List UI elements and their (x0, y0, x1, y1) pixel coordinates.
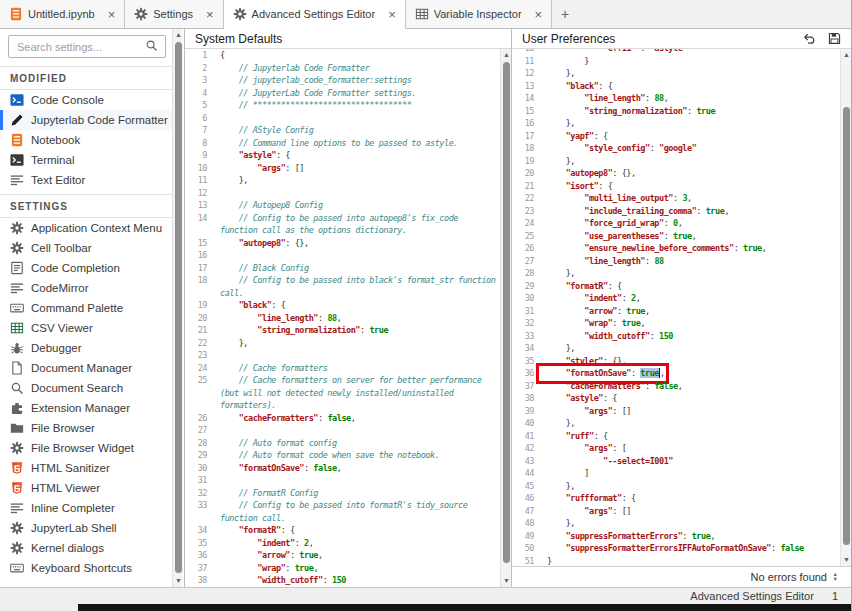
sidebar-item-file-browser-widget[interactable]: File Browser Widget (0, 438, 172, 458)
code-line[interactable]: 44 ] (512, 467, 840, 480)
system-defaults-scrollbar[interactable]: ▲ ▼ (500, 49, 511, 587)
scroll-down-icon[interactable]: ▼ (501, 576, 512, 586)
code-line[interactable]: 36 "formatOnSave": true, (512, 367, 840, 380)
code-line[interactable]: 36 "arrow": true, (185, 549, 500, 562)
status-context[interactable]: Advanced Settings Editor (690, 590, 814, 602)
code-line[interactable]: 18 "style_config": "google" (512, 142, 840, 155)
sidebar-item-document-search[interactable]: Document Search (0, 378, 172, 398)
code-line[interactable]: 42 "args": [ (512, 442, 840, 455)
sidebar-item-keyboard-shortcuts[interactable]: Keyboard Shortcuts (0, 558, 172, 578)
tab-advanced-settings-editor[interactable]: Advanced Settings Editor× (224, 0, 406, 29)
code-line[interactable]: 24 // Cache formatters (185, 362, 500, 375)
code-line[interactable]: 32 "wrap": true, (512, 317, 840, 330)
code-line[interactable]: 24 "force_grid_wrap": 0, (512, 217, 840, 230)
code-line[interactable]: 2 // Jupyterlab Code Formatter (185, 62, 500, 75)
sidebar-item-file-browser[interactable]: File Browser (0, 418, 172, 438)
save-icon[interactable] (828, 32, 841, 45)
scroll-down-icon[interactable]: ▼ (841, 555, 852, 565)
code-line[interactable]: 30 "indent": 2, (512, 292, 840, 305)
code-line[interactable]: 19 }, (512, 155, 840, 168)
code-line[interactable]: 7 // AStyle Config (185, 124, 500, 137)
code-line[interactable]: 21 "isort": { (512, 180, 840, 193)
code-line[interactable]: 30 "formatOnSave": false, (185, 462, 500, 475)
sidebar-item-csv-viewer[interactable]: CSV Viewer (0, 318, 172, 338)
code-line[interactable]: 6 (185, 112, 500, 125)
code-line[interactable]: 49 "suppressFormatterErrors": true, (512, 530, 840, 543)
sidebar-item-terminal[interactable]: Terminal (0, 150, 172, 170)
tab-variable-inspector[interactable]: Variable Inspector× (406, 0, 552, 28)
code-line[interactable]: 33 "width_cutoff": 150 (512, 330, 840, 343)
code-line[interactable]: 17 // Black Config (185, 262, 500, 275)
code-line[interactable]: 15 "autopep8": {}, (185, 237, 500, 250)
code-line[interactable]: 13 "black": { (512, 80, 840, 93)
code-line[interactable]: 16 (185, 249, 500, 262)
code-line[interactable]: 4 // JupyterLab Code Formatter settings. (185, 87, 500, 100)
code-line[interactable]: 33 // Config to be passed into formatR's… (185, 499, 500, 512)
code-line[interactable]: 15 "string_normalization": true (512, 105, 840, 118)
scroll-up-icon[interactable]: ▲ (841, 50, 852, 60)
code-line[interactable]: 11 } (512, 55, 840, 68)
code-line[interactable]: 40 }, (512, 417, 840, 430)
code-line[interactable]: 37 "cacheFormatters": false, (512, 380, 840, 393)
code-line[interactable]: 25 "use_parentheses": true, (512, 230, 840, 243)
code-line[interactable]: 28 }, (512, 267, 840, 280)
code-line[interactable]: 26 "cacheFormatters": false, (185, 412, 500, 425)
code-line[interactable]: 22 "multi_line_output": 3, (512, 192, 840, 205)
code-line[interactable]: 19 "black": { (185, 299, 500, 312)
code-line[interactable]: 34 "formatR": { (185, 524, 500, 537)
code-line[interactable]: 43 "--select=I001" (512, 455, 840, 468)
scrollbar-thumb[interactable] (503, 62, 510, 563)
code-line[interactable]: 11 }, (185, 174, 500, 187)
code-line[interactable]: 23 "include_trailing_comma": true, (512, 205, 840, 218)
error-spinner-icons[interactable]: ▲▼ (833, 572, 838, 582)
user-preferences-scrollbar[interactable]: ▲ ▼ (840, 49, 851, 566)
code-line[interactable]: 38 "width_cutoff": 150 (185, 574, 500, 587)
code-line[interactable]: 47 "args": [] (512, 505, 840, 518)
code-line[interactable]: 12 }, (512, 67, 840, 80)
code-line[interactable]: 32 // FormatR Config (185, 487, 500, 500)
sidebar-item-application-context-menu[interactable]: Application Context Menu (0, 218, 172, 238)
scroll-up-icon[interactable]: ▲ (173, 30, 184, 40)
system-defaults-editor[interactable]: 1{2 // Jupyterlab Code Formatter3 // jup… (185, 49, 500, 587)
code-line[interactable]: 21 "string_normalization": true (185, 324, 500, 337)
sidebar-item-html-sanitizer[interactable]: HTML Sanitizer (0, 458, 172, 478)
sidebar-item-code-completion[interactable]: Code Completion (0, 258, 172, 278)
code-line[interactable]: 16 }, (512, 117, 840, 130)
close-tab-icon[interactable]: × (206, 8, 214, 21)
sidebar-item-inline-completer[interactable]: Inline Completer (0, 498, 172, 518)
code-line[interactable]: 34 }, (512, 342, 840, 355)
sidebar-item-code-console[interactable]: Code Console (0, 90, 172, 110)
new-tab-button[interactable]: + (552, 0, 578, 28)
scrollbar-thumb[interactable] (843, 107, 850, 545)
code-line[interactable]: 12 (185, 187, 500, 200)
status-count[interactable]: 1 (832, 590, 838, 602)
code-line[interactable]: 38 "astyle": { (512, 392, 840, 405)
sidebar-item-kernel-dialogs[interactable]: Kernel dialogs (0, 538, 172, 558)
sidebar-item-command-palette[interactable]: Command Palette (0, 298, 172, 318)
close-tab-icon[interactable]: × (535, 8, 543, 21)
code-line[interactable]: 27 "line_length": 88 (512, 255, 840, 268)
code-line[interactable]: 9 "astyle": { (185, 149, 500, 162)
sidebar-item-html-viewer[interactable]: HTML Viewer (0, 478, 172, 498)
close-tab-icon[interactable]: × (388, 8, 396, 21)
sidebar-item-notebook[interactable]: Notebook (0, 130, 172, 150)
code-line[interactable]: 50 "suppressFormatterErrorsIFFAutoFormat… (512, 542, 840, 555)
code-line[interactable]: 25 // Cache formatters on server for bet… (185, 374, 500, 387)
sidebar-item-codemirror[interactable]: CodeMirror (0, 278, 172, 298)
sidebar-item-jupyterlab-code-formatter[interactable]: Jupyterlab Code Formatter (0, 110, 172, 130)
sidebar-item-text-editor[interactable]: Text Editor (0, 170, 172, 190)
code-line[interactable]: 1{ (185, 49, 500, 62)
code-line[interactable]: 51} (512, 555, 840, 567)
code-line[interactable]: 3 // jupyterlab_code_formatter:settings (185, 74, 500, 87)
code-line[interactable]: function call as the options dictionary. (185, 224, 500, 237)
sidebar-item-debugger[interactable]: Debugger (0, 338, 172, 358)
code-line[interactable]: 29 // Auto format code when save the not… (185, 449, 500, 462)
code-line[interactable]: 35 "indent": 2, (185, 537, 500, 550)
code-line[interactable]: function call. (185, 512, 500, 525)
sidebar-item-extension-manager[interactable]: Extension Manager (0, 398, 172, 418)
code-line[interactable]: 27 (185, 424, 500, 437)
code-line[interactable]: 31 "arrow": true, (512, 305, 840, 318)
code-line[interactable]: 10 "args": [] (185, 162, 500, 175)
code-line[interactable]: 5 // ********************************** (185, 99, 500, 112)
code-line[interactable]: 20 "line_length": 88, (185, 312, 500, 325)
